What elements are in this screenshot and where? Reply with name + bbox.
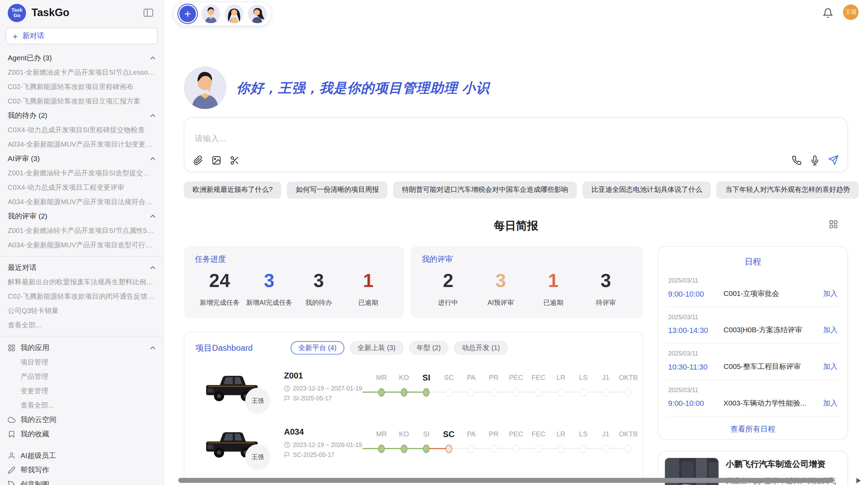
stat-new-done: 24 新增完成任务 — [195, 270, 244, 308]
milestone-label: LR — [556, 428, 565, 439]
project-name: Z001 — [284, 371, 368, 380]
cloud-icon — [8, 416, 16, 424]
join-link[interactable]: 加入 — [823, 289, 837, 299]
schedule-time: 13:00-14:30 — [668, 326, 723, 334]
suggestion-chip[interactable]: 比亚迪全固态电池计划具体说了什么 — [583, 182, 711, 199]
tab-new-body[interactable]: 全新上装 (3) — [350, 341, 403, 355]
recent-chat-item[interactable]: 公司Q3轻卡销量 — [5, 304, 158, 318]
plus-icon: + — [13, 32, 17, 40]
section-ai-review[interactable]: AI评审 (3) — [5, 151, 158, 166]
stat-label: 新增完成任务 — [195, 298, 244, 307]
suggestion-chip[interactable]: 特朗普可能对进口汽车增税会对中国车企造成哪些影响 — [393, 182, 577, 199]
recent-chat-item[interactable]: 解释最新出台的欧盟报废车法规再生塑料比例被调至15%... — [5, 275, 158, 289]
section-title: AI评审 (3) — [8, 154, 40, 164]
milestone-dot — [580, 445, 587, 453]
phone-icon[interactable] — [792, 155, 801, 165]
milestone-dot-done — [423, 388, 430, 397]
task-item[interactable]: Z001-全新燃油皮卡产品开发项目SI节点Lesson Learn报告 — [5, 65, 158, 80]
horizontal-scrollbar[interactable] — [178, 478, 834, 483]
layout-grid-icon[interactable] — [829, 220, 838, 229]
dashboard-title: 项目Dashboard — [195, 343, 291, 353]
task-item[interactable]: Z001-全新燃油轻卡产品开发项目SI造型提交物评审 — [5, 166, 158, 180]
chevron-up-icon — [150, 346, 156, 350]
milestone-dot — [535, 445, 542, 453]
sidebar-item-ai-employee[interactable]: AI超级员工 — [5, 449, 158, 463]
sidebar-item-favorites[interactable]: 我的收藏 — [5, 427, 158, 442]
schedule-panel: 日程 2025/03/11 9:00-10:00 C001-立项审批会 加入 2… — [658, 246, 848, 440]
task-item[interactable]: A034-全新新能源MUV产品开发项目法规符合性评审 — [5, 195, 158, 209]
suggestion-chip[interactable]: 欧洲新规最近颁布了什么? — [184, 182, 281, 199]
sidebar-item-creative-draw[interactable]: 创意制图 — [5, 477, 158, 485]
sidebar-item-cloud-space[interactable]: 我的云空间 — [5, 413, 158, 427]
task-item[interactable]: A034-全新新能源MUV产品开发项目造型可行性评审 — [5, 238, 158, 252]
join-link[interactable]: 加入 — [823, 325, 837, 335]
flag-label: SI-2025-05-17 — [293, 395, 332, 401]
suggestion-chip[interactable]: 当下年轻人对汽车外观有怎样的喜好趋势 — [716, 182, 859, 199]
project-row-z001[interactable]: 王强 Z001 2023-12-19 ~ 2027-01-19 — [195, 368, 631, 411]
view-all-schedule-link[interactable]: 查看所有日程 — [667, 416, 839, 440]
join-link[interactable]: 加入 — [823, 362, 837, 372]
schedule-date: 2025/03/11 — [668, 277, 837, 284]
divider — [0, 336, 163, 337]
project-dashboard: 项目Dashboard 全新平台 (4) 全新上装 (3) 年型 (2) 动总开… — [184, 332, 643, 485]
stat-label: 已逾期 — [527, 298, 579, 307]
chevron-up-icon — [150, 157, 156, 161]
task-item[interactable]: Z001-全新燃油轻卡产品开发项目SI节点属性5D文件评审 — [5, 223, 158, 238]
schedule-time: 10:30-11:30 — [668, 363, 723, 371]
task-item[interactable]: C0X4-动力总成开发项目SI里程碑提交物检查 — [5, 123, 158, 137]
task-item[interactable]: C02-飞腾新能源轻客改款项目立项汇报方案 — [5, 94, 158, 109]
date-range: 2023-12-19 ~ 2026-01-19 — [293, 442, 362, 448]
task-item[interactable]: A034-全新新能源MUV产品开发项目计划变更表编写 — [5, 137, 158, 151]
send-icon[interactable] — [828, 155, 839, 165]
sidebar-item-write-helper[interactable]: 帮我写作 — [5, 463, 158, 477]
app-item-project-mgmt[interactable]: 项目管理 — [5, 355, 158, 370]
schedule-time: 9:00-10:00 — [668, 399, 723, 407]
card-title: 任务进度 — [195, 254, 393, 264]
stat-label: 进行中 — [422, 298, 474, 307]
project-milestone-flag: SC-2025-05-17 — [284, 451, 368, 458]
milestone-dot — [580, 388, 587, 397]
section-recent-chats[interactable]: 最近对话 — [5, 261, 158, 275]
stat-new-ai-done: 3 新增AI完成任务 — [244, 270, 294, 308]
recent-view-all[interactable]: 查看全部... — [5, 318, 158, 333]
ai-employee-label: AI超级员工 — [21, 451, 156, 461]
tab-powertrain[interactable]: 动总开发 (1) — [454, 341, 508, 355]
milestone-label: FEC — [532, 428, 545, 439]
chevron-up-icon — [150, 114, 156, 117]
greeting-block: 你好，王强，我是你的项目管理助理 小识 — [184, 66, 848, 109]
new-chat-button[interactable]: + 新对话 — [5, 28, 158, 44]
sidebar-collapse-icon[interactable] — [143, 8, 153, 17]
task-item[interactable]: C02-飞腾新能源轻客改款项目里程碑画布 — [5, 80, 158, 94]
sidebar: Task Go TaskGo + 新对话 Agent已办 (3) Z001-全新… — [0, 0, 164, 485]
mic-icon[interactable] — [810, 155, 820, 165]
apps-view-all[interactable]: 查看全部... — [5, 398, 158, 413]
recent-chat-item[interactable]: C02-飞腾新能源轻客改款项目的闭环通告反馈情况 — [5, 289, 158, 304]
schedule-item: 2025/03/11 9:00-10:00 C001-立项审批会 加入 — [667, 271, 839, 307]
milestone-label: SC — [444, 372, 454, 383]
tab-new-platform[interactable]: 全新平台 (4) — [291, 341, 344, 355]
image-icon[interactable] — [212, 156, 221, 165]
sidebar-header: Task Go TaskGo — [5, 0, 158, 25]
section-my-review[interactable]: 我的评审 (2) — [5, 209, 158, 223]
milestone-label: PEC — [509, 372, 523, 383]
stat-value: 3 — [580, 270, 632, 291]
join-link[interactable]: 加入 — [823, 398, 837, 408]
scissors-icon[interactable] — [230, 156, 240, 165]
scrollbar-right-arrow[interactable] — [856, 478, 861, 483]
app-item-change-mgmt[interactable]: 变更管理 — [5, 384, 158, 398]
stat-label: 待评审 — [580, 298, 632, 307]
task-item[interactable]: C0X4-动力总成开发项目工程变更评审 — [5, 180, 158, 195]
chat-input[interactable] — [194, 133, 694, 143]
section-my-todo[interactable]: 我的待办 (2) — [5, 109, 158, 123]
section-agent-done[interactable]: Agent已办 (3) — [5, 51, 158, 65]
suggestion-chip[interactable]: 如何写一份清晰的项目周报 — [287, 182, 388, 199]
project-row-a034[interactable]: 王强 A034 2023-12-19 ~ 2026-01-19 — [195, 424, 631, 468]
milestone-label-current: SI — [422, 372, 430, 383]
milestone-label: LR — [556, 372, 565, 383]
app-item-product-mgmt[interactable]: 产品管理 — [5, 370, 158, 384]
attachment-icon[interactable] — [193, 156, 203, 165]
tab-model-year[interactable]: 年型 (2) — [409, 341, 449, 355]
milestone-dot — [468, 388, 474, 397]
milestone-label: KO — [399, 428, 409, 439]
sidebar-item-my-apps[interactable]: 我的应用 — [5, 341, 158, 355]
